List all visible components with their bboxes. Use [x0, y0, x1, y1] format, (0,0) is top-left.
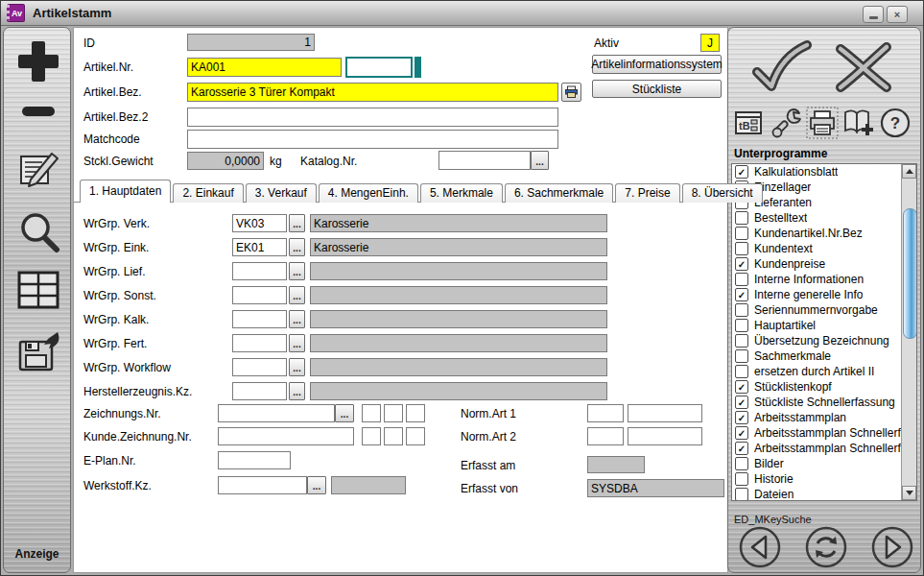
- normart1-input-2[interactable]: [628, 404, 702, 422]
- add-record-button[interactable]: [14, 37, 62, 85]
- checklist-item-dateien-21[interactable]: Dateien: [732, 487, 901, 500]
- checklist-item-kundentext-5[interactable]: Kundentext: [732, 241, 901, 256]
- checklist-item-interne-generelle-info-8[interactable]: ✓Interne generelle Info: [732, 287, 901, 302]
- checklist-item-seriennummernvorgabe-9[interactable]: Seriennummernvorgabe: [732, 302, 901, 318]
- checklist-item-stückliste-schnellerfassung-15[interactable]: ✓Stückliste Schnellerfassung: [732, 395, 901, 410]
- checkbox-checked-icon[interactable]: ✓: [735, 442, 748, 455]
- wrgrp-eink-lookup-button[interactable]: ...: [289, 238, 305, 256]
- checkbox-unchecked-icon[interactable]: [735, 457, 748, 470]
- artikel-bez2-input[interactable]: [187, 108, 558, 127]
- grid-view-button[interactable]: [16, 270, 60, 310]
- zeichnung-extra-3[interactable]: [406, 404, 425, 422]
- minimize-button[interactable]: [863, 6, 884, 23]
- checklist-item-kalkulationsblatt-0[interactable]: ✓Kalkulationsblatt: [732, 164, 901, 180]
- checkbox-unchecked-icon[interactable]: [735, 334, 748, 348]
- checklist-item-arbeitsstammplan-schnellerfass-17[interactable]: ✓Arbeitsstammplan Schnellerfass: [732, 425, 901, 441]
- save-record-button[interactable]: [16, 329, 60, 373]
- wrgrp-verk-code-input[interactable]: [232, 214, 287, 232]
- previous-record-button[interactable]: [738, 525, 782, 569]
- tab-7-preise[interactable]: 7. Preise: [615, 183, 679, 203]
- tab-2-einkauf[interactable]: 2. Einkauf: [173, 183, 243, 203]
- zeichnung-extra-1[interactable]: [362, 404, 381, 422]
- wrgrp-sonst-lookup-button[interactable]: ...: [289, 286, 305, 304]
- wrgrp-verk-lookup-button[interactable]: ...: [289, 214, 305, 232]
- checklist-item-kundenpreise-6[interactable]: ✓Kundenpreise: [732, 256, 901, 272]
- artikelinformationssystem-button[interactable]: Artikelinformationssystem: [592, 55, 722, 74]
- checklist-item-interne-informationen-7[interactable]: Interne Informationen: [732, 272, 901, 287]
- checklist-item-bilder-19[interactable]: Bilder: [732, 456, 901, 471]
- kunde-zeichnung-extra-2[interactable]: [384, 427, 403, 445]
- checklist-item-ersetzen-durch-artikel-ii-13[interactable]: ersetzen durch Artikel II: [732, 364, 901, 379]
- checklist-item-bestelltext-3[interactable]: Bestelltext: [732, 210, 901, 226]
- checkbox-unchecked-icon[interactable]: [735, 273, 748, 286]
- normart2-input-2[interactable]: [628, 427, 702, 445]
- checkbox-unchecked-icon[interactable]: [735, 303, 748, 317]
- wrgrp-fert-lookup-button[interactable]: ...: [289, 334, 305, 352]
- tab-3-verkauf[interactable]: 3. Verkauf: [246, 183, 317, 203]
- checkbox-unchecked-icon[interactable]: [735, 319, 748, 332]
- checkbox-checked-icon[interactable]: ✓: [735, 257, 748, 271]
- next-record-button[interactable]: [870, 525, 914, 569]
- scroll-up-button[interactable]: [902, 164, 916, 179]
- wrgrp-sonst-code-input[interactable]: [232, 286, 287, 304]
- checklist-item-arbeitsstammplan-16[interactable]: ✓Arbeitsstammplan: [732, 410, 901, 425]
- print-button[interactable]: [806, 107, 839, 139]
- kunde-zeichnung-extra-1[interactable]: [362, 427, 381, 445]
- checklist-item-stücklistenkopf-14[interactable]: ✓Stücklistenkopf: [732, 379, 901, 395]
- checklist-item-hauptartikel-10[interactable]: Hauptartikel: [732, 318, 901, 333]
- kunde-zeichnung-extra-3[interactable]: [406, 427, 425, 445]
- refresh-button[interactable]: [804, 525, 848, 569]
- tab-4-mengeneinh[interactable]: 4. MengenEinh.: [319, 183, 418, 203]
- checkbox-unchecked-icon[interactable]: [735, 242, 748, 255]
- zeichnung-input[interactable]: [218, 404, 335, 422]
- ok-button[interactable]: [746, 39, 818, 95]
- artikel-nr-input[interactable]: [187, 58, 342, 77]
- scrollbar-thumb[interactable]: [903, 208, 917, 339]
- wrgrp-eink-code-input[interactable]: [232, 238, 287, 256]
- checkbox-unchecked-icon[interactable]: [735, 488, 748, 500]
- checkbox-checked-icon[interactable]: ✓: [735, 411, 748, 424]
- wrgrp-workflow-lookup-button[interactable]: ...: [289, 358, 305, 376]
- help-button[interactable]: ?: [879, 107, 912, 139]
- wrgrp-kalk-code-input[interactable]: [232, 310, 287, 328]
- zeichnung-extra-2[interactable]: [384, 404, 403, 422]
- stueckliste-button[interactable]: Stückliste: [592, 80, 722, 98]
- katalog-input[interactable]: [438, 151, 531, 170]
- wrgrp-lief-lookup-button[interactable]: ...: [289, 262, 305, 280]
- herstellerzeugnis-kz-code-input[interactable]: [232, 382, 287, 400]
- normart1-input-1[interactable]: [587, 404, 624, 422]
- edit-record-button[interactable]: [17, 149, 59, 191]
- tab-1-hauptdaten[interactable]: 1. Hauptdaten: [80, 180, 171, 203]
- checkbox-unchecked-icon[interactable]: [735, 227, 748, 240]
- werkstoff-lookup-button[interactable]: ...: [307, 476, 326, 494]
- search-record-button[interactable]: [17, 210, 61, 254]
- normart2-input-1[interactable]: [587, 427, 624, 445]
- tab-6-sachmerkmale[interactable]: 6. Sachmerkmale: [505, 183, 613, 203]
- herstellerzeugnis-kz-lookup-button[interactable]: ...: [289, 382, 305, 400]
- checkbox-checked-icon[interactable]: ✓: [735, 165, 748, 179]
- list-scrollbar[interactable]: [901, 164, 916, 500]
- checkbox-checked-icon[interactable]: ✓: [735, 288, 748, 301]
- zeichnung-lookup-button[interactable]: ...: [335, 404, 354, 422]
- katalog-lookup-button[interactable]: ...: [531, 151, 549, 170]
- tools-button[interactable]: [770, 107, 803, 139]
- title-bar[interactable]: Av Artikelstamm ×: [1, 1, 923, 26]
- tab-8-übersicht[interactable]: 8. Übersicht: [682, 183, 763, 203]
- wrgrp-kalk-lookup-button[interactable]: ...: [289, 310, 305, 328]
- catalog-add-button[interactable]: [842, 107, 875, 139]
- kunde-zeichnung-input[interactable]: [218, 427, 354, 445]
- checkbox-unchecked-icon[interactable]: [735, 365, 748, 378]
- checklist-item-sachmerkmale-12[interactable]: Sachmerkmale: [732, 348, 901, 364]
- wrgrp-workflow-code-input[interactable]: [232, 358, 287, 376]
- checklist-item-übersetzung-bezeichnung-11[interactable]: Übersetzung Bezeichnung: [732, 333, 901, 348]
- checkbox-unchecked-icon[interactable]: [735, 472, 748, 486]
- scroll-down-button[interactable]: [902, 486, 916, 500]
- checkbox-checked-icon[interactable]: ✓: [735, 380, 748, 394]
- werkstoff-input[interactable]: [218, 476, 307, 494]
- checklist-item-arbeitsstammplan-schnellerfass-18[interactable]: ✓Arbeitsstammplan Schnellerfass: [732, 441, 901, 456]
- checkbox-unchecked-icon[interactable]: [735, 211, 748, 225]
- artikel-bez-input[interactable]: [187, 83, 558, 102]
- checklist-item-kundenartikel-nr-bez-4[interactable]: Kundenartikel.Nr.Bez: [732, 226, 901, 241]
- close-button[interactable]: ×: [887, 6, 908, 23]
- form-settings-button[interactable]: tB: [734, 107, 767, 139]
